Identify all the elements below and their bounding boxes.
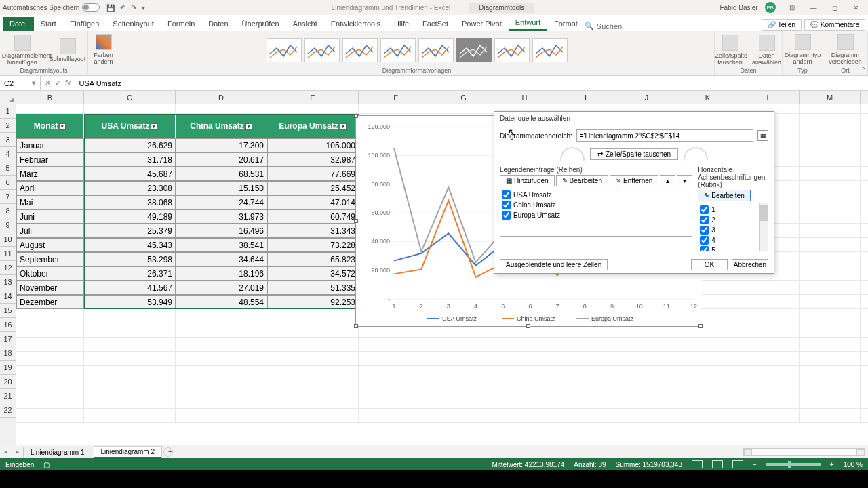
axis-item[interactable]: 3 [700,225,766,235]
svg-text:10: 10 [636,303,643,310]
tab-start[interactable]: Start [34,17,63,30]
chart-style-thumb[interactable] [494,38,530,62]
cancel-button[interactable]: Abbrechen [732,259,768,270]
chart-style-thumb[interactable] [267,38,302,62]
series-item[interactable]: China Umsatz [502,200,690,210]
series-item[interactable]: USA Umsatz [502,190,690,200]
move-up-button[interactable]: ▴ [660,175,675,186]
maximize-icon[interactable]: ◻ [825,4,844,12]
tab-dev[interactable]: Entwicklertools [324,17,387,30]
change-colors-button[interactable]: Farben ändern [91,33,116,66]
chart-style-thumb[interactable] [456,38,492,62]
select-data-button[interactable]: Daten auswählen [749,33,785,67]
tab-formulas[interactable]: Formeln [161,17,201,30]
cancel-formula-icon[interactable]: ✕ [45,79,51,87]
zoom-level[interactable]: 100 % [844,461,863,468]
edit-series-button[interactable]: ✎ Bearbeiten [556,175,608,186]
remove-series-button[interactable]: ✕ Entfernen [610,175,658,186]
svg-text:11: 11 [663,303,670,310]
move-down-button[interactable]: ▾ [677,175,692,186]
chart-style-thumb[interactable] [418,38,454,62]
sheet-tab-2[interactable]: Liniendiagramm 2 [94,446,163,458]
add-series-button[interactable]: ▦ Hinzufügen [500,175,555,186]
view-pagebreak-icon[interactable] [732,460,743,468]
chart-styles-gallery[interactable] [266,33,568,67]
chart-style-thumb[interactable] [304,38,340,62]
svg-text:100.000: 100.000 [368,152,390,159]
share-button[interactable]: 🔗 Teilen [762,19,802,30]
chart-style-thumb[interactable] [532,38,568,62]
edit-axis-button[interactable]: ✎ Bearbeiten [698,190,750,201]
axis-labels-label: Horizontale Achsenbeschriftungen (Rubrik… [698,166,768,188]
add-sheet-button[interactable]: + [163,447,173,457]
tab-insert[interactable]: Einfügen [63,17,106,30]
svg-text:6: 6 [528,303,532,310]
row-headers[interactable]: 12345678910111213141516171819202122 [0,104,16,445]
horizontal-scrollbar[interactable] [173,448,868,456]
legend-entries-label: Legendeneinträge (Reihen) [500,166,692,174]
series-list[interactable]: USA Umsatz China Umsatz Europa Umsatz [500,188,692,237]
axis-item[interactable]: 1 [700,205,766,215]
axis-item[interactable]: 2 [700,215,766,225]
formula-input[interactable]: USA Umsatz [75,79,868,87]
view-pagelayout-icon[interactable] [712,460,723,468]
svg-text:USA Umsatz: USA Umsatz [442,315,477,322]
zoom-slider[interactable] [766,463,821,466]
switch-row-column-button[interactable]: ⇄ Zeile/Spalte tauschen [590,148,678,160]
comments-button[interactable]: 💬 Kommentare [804,19,865,30]
chart-style-thumb[interactable] [380,38,416,62]
accept-formula-icon[interactable]: ✓ [55,79,61,87]
sheet-nav-next[interactable]: ▸ [12,448,23,455]
ribbon-options-icon[interactable]: ⊡ [783,4,802,12]
macro-record-icon[interactable]: ▢ [43,461,50,468]
change-chart-type-button[interactable]: Diagrammtyp ändern [782,33,824,66]
add-chart-element-button[interactable]: Diagrammelement hinzufügen [0,33,45,67]
name-box[interactable]: C2 ▾ [0,76,41,90]
minimize-icon[interactable]: — [803,4,823,12]
svg-text:7: 7 [556,303,559,310]
axis-item[interactable]: 5 [700,245,766,251]
range-picker-icon[interactable]: ▦ [757,130,768,141]
axis-item[interactable]: 4 [700,235,766,245]
ribbon: Diagrammelement hinzufügen Schnelllayout… [0,31,868,76]
fx-icon[interactable]: fx [65,79,71,87]
undo-icon[interactable]: ↶ [120,4,125,12]
redo-icon[interactable]: ↷ [131,4,136,12]
avatar[interactable]: FB [765,2,776,13]
tab-entwurf[interactable]: Entwurf [509,16,547,30]
tab-data[interactable]: Daten [201,17,235,30]
quick-layout-button[interactable]: Schnelllayout [47,37,89,64]
move-chart-button[interactable]: Diagramm verschieben [826,33,865,66]
tab-file[interactable]: Datei [3,17,34,30]
close-icon[interactable]: ✕ [846,4,865,12]
search-box[interactable]: 🔍 Suchen [585,22,622,30]
status-mode: Eingeben [5,461,34,468]
switch-row-col-button[interactable]: Zeile/Spalte tauschen [713,33,748,67]
tab-pagelayout[interactable]: Seitenlayout [106,17,161,30]
svg-text:5: 5 [501,303,505,310]
axis-labels-list[interactable]: 1 2 3 4 5 [698,203,768,251]
tab-format[interactable]: Format [547,17,585,30]
svg-text:-: - [388,296,390,302]
ok-button[interactable]: OK [691,259,728,270]
series-item[interactable]: Europa Umsatz [502,210,690,220]
svg-text:8: 8 [583,303,587,310]
view-normal-icon[interactable] [692,460,703,468]
tab-powerpivot[interactable]: Power Pivot [455,17,509,30]
save-icon[interactable]: 💾 [106,4,115,12]
sheet-nav-prev[interactable]: ◂ [0,448,12,455]
tab-view[interactable]: Ansicht [286,17,324,30]
sheet-tab-1[interactable]: Liniendiagramm 1 [23,447,92,458]
hidden-cells-button[interactable]: Ausgeblendete und leere Zellen [500,259,608,270]
collapse-ribbon-icon[interactable]: ˄ [862,66,865,74]
chart-style-thumb[interactable] [342,38,378,62]
column-headers[interactable]: BCDEFGHIJKLMN [16,91,868,104]
tab-review[interactable]: Überprüfen [235,17,286,30]
svg-text:120.000: 120.000 [368,123,390,130]
tab-help[interactable]: Hilfe [387,17,416,30]
select-all-corner[interactable] [0,91,16,104]
autosave-toggle[interactable]: Automatisches Speichern [3,3,100,12]
svg-text:80.000: 80.000 [371,181,390,188]
tab-factset[interactable]: FactSet [416,17,455,30]
chart-range-input[interactable] [576,129,753,142]
